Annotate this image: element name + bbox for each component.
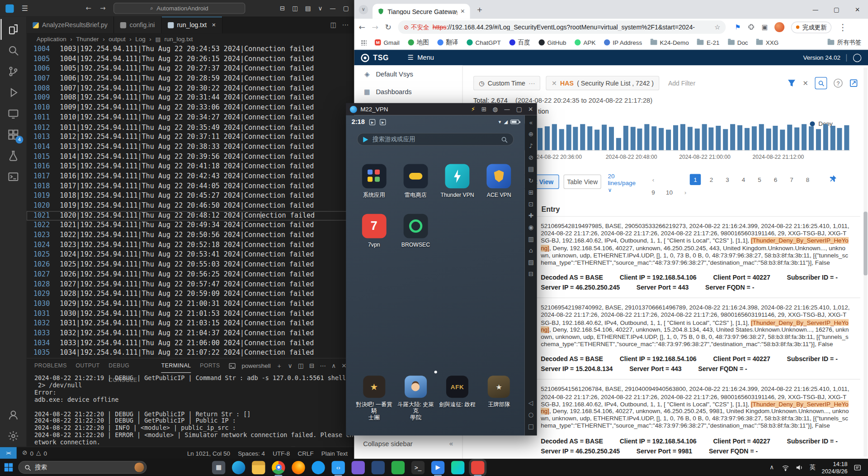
search-button[interactable] <box>815 77 827 89</box>
histogram-bar[interactable] <box>716 126 721 150</box>
help-icon[interactable]: ? <box>834 79 843 88</box>
panel-tab-debug-console[interactable]: DEBUG CONSOLE <box>108 358 152 373</box>
histogram-bar[interactable] <box>538 128 542 150</box>
browser-menu-icon[interactable]: ⋮ <box>838 22 847 32</box>
extensions-puzzle-icon[interactable] <box>747 23 755 31</box>
address-bar[interactable]: ⊘ 不安全 https://192.168.44.29/#/Log_Securi… <box>398 20 726 33</box>
app-seven-vpn[interactable]: 77vpn <box>353 214 395 248</box>
new-terminal-icon[interactable]: ＋ <box>276 362 282 370</box>
histogram-bar[interactable] <box>616 138 621 150</box>
histogram-bar[interactable] <box>752 126 757 150</box>
breadcrumb-item[interactable]: run_log.txt <box>165 35 193 42</box>
remove-filter-icon[interactable]: ✕ <box>552 79 557 87</box>
side-panel-icon[interactable]: ▣ <box>762 23 768 31</box>
scrollbar-thumb[interactable] <box>863 212 868 276</box>
layout-dropdown-icon[interactable]: ∨ <box>318 5 323 12</box>
window-maximize-icon[interactable]: ▢ <box>516 105 522 113</box>
histogram-bar[interactable] <box>637 129 642 150</box>
histogram-bar[interactable] <box>709 128 714 150</box>
time-filter-chip[interactable]: ◷ Custom Time ⋯ <box>473 76 541 90</box>
log-entry[interactable]: 521069542198740992, BASE, 29101370666149… <box>532 298 860 379</box>
histogram-bar[interactable] <box>723 129 728 150</box>
recents-key-icon[interactable]: □ <box>525 420 537 432</box>
sidebar-item-terminal-tool[interactable] <box>0 166 26 187</box>
mute-icon[interactable]: ⊘ <box>525 152 537 164</box>
histogram-bar[interactable] <box>559 129 564 150</box>
log-entry[interactable]: 521069541561206784, BASE, 29104009494056… <box>532 379 860 459</box>
bookmark-baidu[interactable]: 百度 <box>509 38 530 46</box>
history-forward-icon[interactable]: → <box>100 5 105 12</box>
taskbar-app-terminal-app[interactable]: >_ <box>411 461 425 474</box>
bookmark-maps[interactable]: 地图 <box>408 38 429 46</box>
taskbar-app-wechat[interactable] <box>392 461 405 474</box>
vscode-titlebar[interactable]: ☰ ← → ⌕ AutomationAndroid ⊟ ◫ ▤ ∨ — ▢ <box>0 0 354 17</box>
bookmark-folder[interactable]: E-21 <box>697 39 719 46</box>
collapse-sidebar-button[interactable]: Collapse sidebar « <box>354 434 462 453</box>
close-tab-icon[interactable]: ✕ <box>460 8 465 14</box>
notification-center-icon[interactable] <box>854 463 861 471</box>
taskbar-search[interactable]: 搜索 <box>18 461 146 474</box>
sidebar-item-source-control[interactable] <box>0 61 26 82</box>
histogram-bar[interactable] <box>787 125 792 150</box>
breadcrumb-item[interactable]: Thunder <box>76 35 99 42</box>
forward-icon[interactable]: → <box>372 23 378 32</box>
taskbar-app-messenger-blue[interactable] <box>311 461 325 474</box>
taskbar-app-ldplayer[interactable]: ▶ <box>431 461 444 474</box>
taskbar-app-chrome[interactable] <box>272 461 285 474</box>
taskbar-app-navy-tool[interactable] <box>372 461 385 474</box>
volume-icon[interactable] <box>796 463 803 471</box>
histogram-bar[interactable] <box>609 127 614 150</box>
extension-flag-icon[interactable]: ⚑ <box>735 23 741 31</box>
home-key-icon[interactable]: ⌂ <box>525 245 537 257</box>
code-editor[interactable]: 10041003|192.254.94.111|Thu Aug 22 20:24… <box>27 44 354 358</box>
rule-filter-chip[interactable]: ✕ HAS ( Security Rule List , 7242 ) <box>546 76 660 90</box>
status-segment[interactable]: Plain Text <box>321 450 348 457</box>
emulator-titlebar[interactable]: M22_VPN ⚡ ⊞ ◍ — ▢ ✕ <box>346 103 537 115</box>
tab-analyzeresultsbrief[interactable]: AnalyzeResultsBrief.py <box>27 17 114 33</box>
bookmark-star-icon[interactable]: ☆ <box>714 23 720 31</box>
volume-icon[interactable]: ♪ <box>525 140 537 152</box>
more-actions-icon[interactable]: ⋯ <box>342 21 349 29</box>
network-icon[interactable] <box>782 463 789 471</box>
android-screen[interactable]: 2:18 ▶ ▶ ▾ ◢ 搜索游戏或应用 系统应用雷电商店Thunder VPN… <box>346 115 525 436</box>
histogram-bar[interactable] <box>737 125 742 150</box>
filter-funnel-icon[interactable] <box>787 79 796 88</box>
split-editor-icon[interactable]: ◫ <box>330 21 337 29</box>
sidebar-item-remote-explorer[interactable] <box>0 103 26 124</box>
histogram-bar[interactable] <box>566 125 571 150</box>
tab-search-icon[interactable]: ∨ <box>359 5 368 14</box>
kill-terminal-icon[interactable]: ⊟ <box>309 362 314 369</box>
bookmark-gmail[interactable]: MGmail <box>375 39 400 46</box>
histogram-bar[interactable] <box>545 126 550 150</box>
bookmark-folder[interactable]: Doc <box>728 39 748 46</box>
sidebar-item-search[interactable] <box>0 40 26 61</box>
app-game-ace-force[interactable]: ★王牌部隊 <box>478 376 520 421</box>
page-6[interactable]: 6 <box>770 174 781 185</box>
panel-tab-output[interactable]: OUTPUT <box>75 358 99 373</box>
log-entry[interactable]: 521069542819497985, BASE, 29050353326621… <box>532 216 860 298</box>
network-globe-icon[interactable]: ◍ <box>493 105 498 113</box>
close-tab-icon[interactable]: ✕ <box>212 22 216 28</box>
histogram-bar[interactable] <box>802 124 807 150</box>
breadcrumb-item[interactable]: Application <box>37 35 66 42</box>
page-4[interactable]: 4 <box>738 174 749 185</box>
app-search-bar[interactable]: 搜索游戏或应用 <box>357 133 514 146</box>
page-size-select[interactable]: 20 lines/page∨ <box>608 173 641 193</box>
histogram-bar[interactable] <box>630 127 635 150</box>
operations-icon[interactable]: ⊡ <box>525 198 537 210</box>
window-minimize-icon[interactable]: — <box>504 105 510 113</box>
tab-run-log[interactable]: run_log.txt ✕ <box>161 17 222 33</box>
bookmark-apk[interactable]: APK <box>575 39 596 46</box>
remote-indicator[interactable]: >< <box>0 447 17 459</box>
add-filter-button[interactable]: Add Filter <box>668 80 695 86</box>
histogram-bar[interactable] <box>794 128 799 150</box>
record-icon[interactable]: ◉ <box>525 222 537 233</box>
histogram-bar[interactable] <box>837 128 842 150</box>
histogram-bar[interactable] <box>573 127 578 150</box>
app-thunder-vpn[interactable]: Thunder VPN <box>437 164 478 198</box>
histogram-bar[interactable] <box>773 126 778 150</box>
keyboard-icon[interactable]: ▥ <box>525 233 537 245</box>
install-apk-icon[interactable]: ✚ <box>525 210 537 222</box>
app-game-douluo[interactable]: 斗羅大陸: 史萊克學院 <box>395 376 436 421</box>
window-restore-icon[interactable]: ▢ <box>343 5 349 12</box>
